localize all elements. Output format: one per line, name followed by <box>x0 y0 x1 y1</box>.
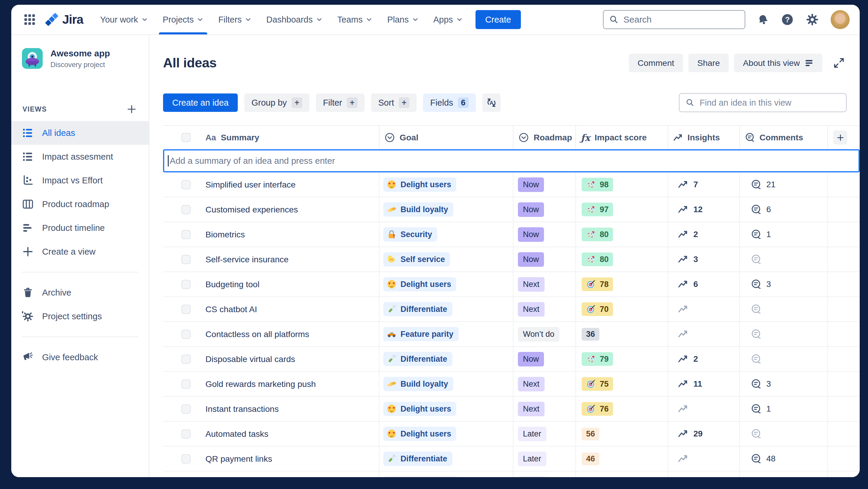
impact-score-cell[interactable]: 80 <box>576 247 668 271</box>
impact-score-cell[interactable]: 97 <box>576 197 668 222</box>
roadmap-cell[interactable]: Next <box>514 297 576 321</box>
project-header[interactable]: Awesome app Discovery project <box>11 48 149 69</box>
impact-score-cell[interactable]: 76 <box>576 397 668 421</box>
roadmap-cell[interactable]: Later <box>514 422 576 446</box>
row-checkbox[interactable] <box>181 280 191 289</box>
comments-cell[interactable] <box>740 471 828 477</box>
roadmap-cell[interactable]: Later <box>514 447 576 471</box>
comments-cell[interactable]: 3 <box>740 372 828 396</box>
goal-cell[interactable]: Build loyalty <box>379 372 514 396</box>
create-button[interactable]: Create <box>475 10 521 29</box>
row-checkbox[interactable] <box>181 404 191 414</box>
row-checkbox[interactable] <box>181 379 191 389</box>
insights-cell[interactable]: 6 <box>668 272 740 296</box>
comments-cell[interactable] <box>740 347 828 371</box>
impact-score-cell[interactable]: 70 <box>576 297 668 321</box>
sidebar-item-impact-vs-effort[interactable]: Impact vs Effort <box>11 169 149 192</box>
auto-sort-button[interactable]: A <box>482 93 501 112</box>
row-checkbox[interactable] <box>181 330 191 339</box>
nav-item-your-work[interactable]: Your work <box>93 5 155 34</box>
comments-cell[interactable] <box>740 247 828 271</box>
column-header-roadmap[interactable]: Roadmap <box>514 126 576 149</box>
fullscreen-button[interactable] <box>831 57 847 69</box>
jira-logo[interactable]: Jira <box>43 12 85 27</box>
add-view-button[interactable] <box>126 104 137 115</box>
goal-cell[interactable]: New products <box>379 471 514 477</box>
goal-cell[interactable]: ♥♥Delight users <box>379 422 514 446</box>
nav-item-filters[interactable]: Filters <box>211 5 259 34</box>
row-checkbox[interactable] <box>181 354 191 364</box>
roadmap-cell[interactable]: Won’t do <box>514 322 576 346</box>
about-view-button[interactable]: About this view <box>734 54 823 72</box>
notifications-button[interactable] <box>757 13 769 26</box>
sidebar-item-impact-assesment[interactable]: Impact assesment <box>11 145 149 169</box>
add-column-button[interactable] <box>833 131 847 144</box>
roadmap-cell[interactable]: Now <box>514 222 576 247</box>
comments-cell[interactable]: 1 <box>740 222 828 247</box>
goal-cell[interactable]: Self service <box>379 247 514 271</box>
summary-cell[interactable]: Simplified user interface <box>163 172 379 197</box>
summary-cell[interactable]: CS chatbot AI <box>163 297 379 321</box>
insights-cell[interactable] <box>668 297 740 321</box>
roadmap-cell[interactable]: Now <box>514 347 576 371</box>
goal-cell[interactable]: Differentiate <box>379 297 514 321</box>
nav-item-plans[interactable]: Plans <box>380 5 426 34</box>
insights-cell[interactable] <box>668 397 740 421</box>
row-checkbox[interactable] <box>181 255 191 264</box>
sidebar-item-project-settings[interactable]: Project settings <box>11 305 149 328</box>
insights-cell[interactable]: 12 <box>668 197 740 222</box>
roadmap-cell[interactable]: Now <box>514 247 576 271</box>
comments-cell[interactable]: 3 <box>740 272 828 296</box>
goal-cell[interactable]: Security <box>379 222 514 247</box>
insights-cell[interactable] <box>668 447 740 471</box>
group-by-button[interactable]: Group by + <box>244 93 309 112</box>
roadmap-cell[interactable]: Next <box>514 372 576 396</box>
add-idea-input[interactable]: Add a summary of an idea and press enter <box>163 149 860 172</box>
row-checkbox[interactable] <box>181 305 191 314</box>
summary-cell[interactable]: Instant transactions <box>163 397 379 421</box>
insights-cell[interactable]: 11 <box>668 372 740 396</box>
roadmap-cell[interactable]: Next <box>514 397 576 421</box>
impact-score-cell[interactable]: 80 <box>576 222 668 247</box>
insights-cell[interactable]: 3 <box>668 247 740 271</box>
column-header-goal[interactable]: Goal <box>379 126 514 149</box>
insights-cell[interactable]: 29 <box>668 422 740 446</box>
row-checkbox[interactable] <box>181 454 191 463</box>
nav-item-projects[interactable]: Projects <box>155 5 211 34</box>
help-button[interactable]: ? <box>781 13 794 26</box>
summary-cell[interactable]: Automated tasks <box>163 422 379 446</box>
row-checkbox[interactable] <box>181 230 191 239</box>
insights-cell[interactable] <box>668 322 740 346</box>
insights-cell[interactable]: 2 <box>668 347 740 371</box>
comments-cell[interactable]: 1 <box>740 397 828 421</box>
comments-cell[interactable] <box>740 322 828 346</box>
column-header-impact-score[interactable]: ƒxImpact score <box>576 126 668 149</box>
insights-cell[interactable] <box>668 471 740 477</box>
column-header-insights[interactable]: Insights <box>668 126 740 149</box>
comments-cell[interactable] <box>740 297 828 321</box>
settings-button[interactable] <box>806 13 819 26</box>
create-idea-button[interactable]: Create an idea <box>163 93 238 112</box>
sort-button[interactable]: Sort + <box>371 93 416 112</box>
sidebar-item-create-a-view[interactable]: Create a view <box>11 240 149 263</box>
summary-cell[interactable]: QR payment links <box>163 447 379 471</box>
summary-cell[interactable]: Biometrics <box>163 222 379 247</box>
roadmap-cell[interactable]: Now <box>514 172 576 197</box>
summary-cell[interactable]: Managed investment <box>163 471 379 477</box>
impact-score-cell[interactable]: 78 <box>576 272 668 296</box>
row-checkbox[interactable] <box>181 429 191 438</box>
comments-cell[interactable]: 21 <box>740 172 828 197</box>
find-idea-input[interactable]: Find an idea in this view <box>679 93 847 112</box>
nav-item-teams[interactable]: Teams <box>330 5 380 34</box>
select-all-checkbox[interactable] <box>181 133 191 142</box>
comment-button[interactable]: Comment <box>629 54 683 72</box>
row-checkbox[interactable] <box>181 205 191 214</box>
fields-button[interactable]: Fields 6 <box>423 93 475 112</box>
roadmap-cell[interactable]: Next <box>514 272 576 296</box>
global-search-input[interactable]: Search <box>603 10 745 29</box>
impact-score-cell[interactable]: 98 <box>576 172 668 197</box>
column-header-summary[interactable]: AaSummary <box>163 126 379 149</box>
sidebar-item-product-timeline[interactable]: Product timeline <box>11 216 149 240</box>
share-button[interactable]: Share <box>688 54 729 72</box>
app-switcher-button[interactable] <box>22 12 37 27</box>
